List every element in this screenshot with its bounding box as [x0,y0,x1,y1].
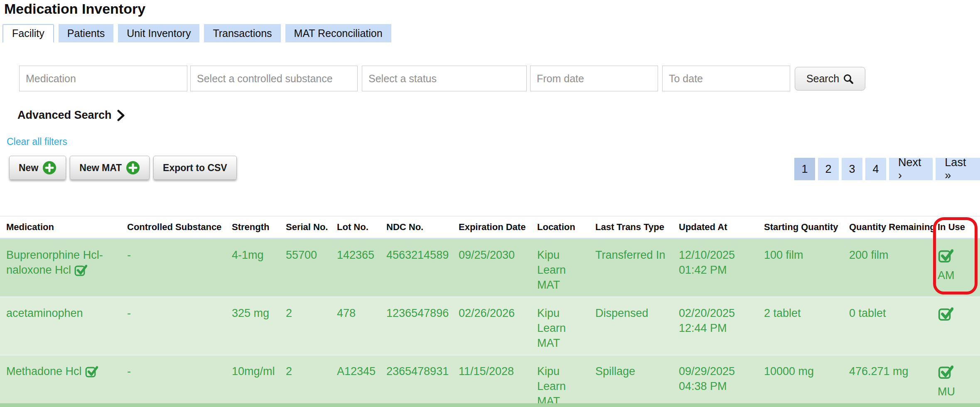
controlled-substance-cell: - [127,297,232,355]
serial-no-cell: 2 [286,355,337,407]
search-icon [843,74,854,84]
next-page-button[interactable]: Next › [889,158,933,180]
last-trans-type-cell: Transferred In [595,239,679,297]
col-serial-no: Serial No. [286,216,337,239]
page-2-button[interactable]: 2 [818,158,839,180]
export-to-csv-button[interactable]: Export to CSV [153,156,237,180]
inventory-table-body: Buprenorphine Hcl-naloxone Hcl - 4-1mg 5… [0,239,980,407]
advanced-search-link[interactable]: Advanced Search [17,109,125,122]
lot-no-cell: 478 [337,297,386,355]
export-to-csv-label: Export to CSV [163,162,227,174]
new-mat-button-label: New MAT [79,162,122,174]
strength-cell: 4-1mg [232,239,286,297]
table-row[interactable]: Buprenorphine Hcl-naloxone Hcl - 4-1mg 5… [0,239,980,297]
col-last-trans-type: Last Trans Type [595,216,679,239]
quantity-remaining-cell: 200 film [849,239,938,297]
controlled-substance-select[interactable] [190,66,358,91]
updated-at-cell: 12/10/2025 01:42 PM [679,239,764,297]
medication-name-link[interactable]: acetaminophen [6,307,83,319]
location-cell: Kipu Learn MAT [537,239,595,297]
col-starting-quantity: Starting Quantity [764,216,849,239]
new-button-label: New [19,162,38,174]
col-lot-no: Lot No. [337,216,386,239]
page-4-button[interactable]: 4 [865,158,886,180]
starting-quantity-cell: 10000 mg [764,355,849,407]
in-use-cell: MU [938,355,980,407]
expiration-date-cell: 02/26/2026 [459,297,537,355]
tab-bar: Facility Patients Unit Inventory Transac… [2,24,391,42]
starting-quantity-cell: 100 film [764,239,849,297]
starting-quantity-cell: 2 tablet [764,297,849,355]
advanced-search-label: Advanced Search [17,109,112,122]
last-trans-type-cell: Spillage [595,355,679,407]
chevron-right-icon [117,110,125,121]
ndc-no-cell: 1236547896 [386,297,459,355]
in-use-cell: AM [938,239,980,297]
quantity-remaining-cell: 0 tablet [849,297,938,355]
in-use-label: AM [938,268,976,283]
ndc-no-cell: 2365478931 [386,355,459,407]
new-mat-button[interactable]: New MAT [70,156,150,180]
serial-no-cell: 55700 [286,239,337,297]
lot-no-cell: A12345 [337,355,386,407]
from-date-input[interactable] [530,66,658,91]
medication-filter-input[interactable] [19,66,187,91]
controlled-substance-cell: - [127,355,232,407]
tab-patients[interactable]: Patients [59,24,113,42]
strength-cell: 325 mg [232,297,286,355]
search-button-label: Search [806,73,839,85]
col-ndc-no: NDC No. [386,216,459,239]
plus-circle-icon [126,161,140,175]
page-3-button[interactable]: 3 [842,158,862,180]
expiration-date-cell: 09/25/2030 [459,239,537,297]
medication-name-link[interactable]: Buprenorphine Hcl-naloxone Hcl [6,249,103,276]
last-trans-type-cell: Dispensed [595,297,679,355]
status-select[interactable] [362,66,527,91]
toolbar: New New MAT Export to CSV [9,156,237,180]
last-page-button[interactable]: Last » [936,158,980,180]
table-header-row: Medication Controlled Substance Strength… [0,216,980,239]
in-use-cell [938,297,980,355]
page-1-button[interactable]: 1 [794,158,815,180]
strength-cell: 10mg/ml [232,355,286,407]
col-controlled-substance: Controlled Substance [127,216,232,239]
table-row[interactable]: Methadone Hcl - 10mg/ml 2 A12345 2365478… [0,355,980,407]
location-cell: Kipu Learn MAT [537,355,595,407]
checkbox-checked-icon [938,364,976,383]
col-expiration-date: Expiration Date [459,216,537,239]
serial-no-cell: 2 [286,297,337,355]
col-in-use: In Use [938,216,980,239]
updated-at-cell: 02/20/2025 12:44 PM [679,297,764,355]
plus-circle-icon [42,161,56,175]
col-updated-at: Updated At [679,216,764,239]
search-button[interactable]: Search [795,67,865,91]
medication-name-link[interactable]: Methadone Hcl [6,365,82,378]
in-use-label: MU [938,384,976,399]
col-strength: Strength [232,216,286,239]
lot-no-cell: 142365 [337,239,386,297]
updated-at-cell: 09/29/2025 04:38 PM [679,355,764,407]
location-cell: Kipu Learn MAT [537,297,595,355]
col-location: Location [537,216,595,239]
new-button[interactable]: New [9,156,66,180]
to-date-input[interactable] [662,66,790,91]
pagination: 1 2 3 4 Next › Last » [794,158,980,180]
clear-all-filters-link[interactable]: Clear all filters [7,136,67,147]
ndc-no-cell: 4563214589 [386,239,459,297]
table-row[interactable]: acetaminophen - 325 mg 2 478 1236547896 … [0,297,980,355]
checkbox-checked-icon [938,306,976,325]
tab-transactions[interactable]: Transactions [204,24,280,42]
tab-unit-inventory[interactable]: Unit Inventory [118,24,199,42]
quantity-remaining-cell: 476.271 mg [849,355,938,407]
checkbox-checked-icon [82,365,98,378]
checkbox-checked-icon [938,248,976,267]
expiration-date-cell: 11/15/2028 [459,355,537,407]
col-quantity-remaining: Quantity Remaining [849,216,938,239]
tab-mat-reconciliation[interactable]: MAT Reconciliation [285,24,391,42]
checkbox-checked-icon [71,264,87,276]
page-title: Medication Inventory [4,1,145,17]
col-medication: Medication [0,216,127,239]
tab-facility[interactable]: Facility [2,24,54,42]
controlled-substance-cell: - [127,239,232,297]
table-bottom-edge [0,403,980,407]
